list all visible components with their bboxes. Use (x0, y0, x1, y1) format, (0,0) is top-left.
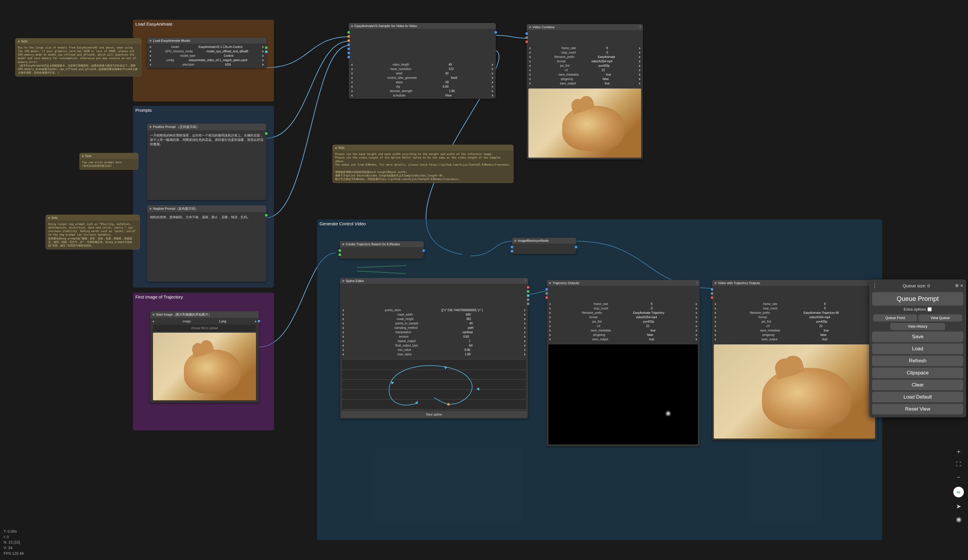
refresh-button[interactable]: Refresh (872, 356, 963, 366)
upload-button[interactable]: choose file to upload (153, 325, 256, 331)
widget-value[interactable]: list (469, 344, 472, 347)
widget-row[interactable]: max_value1.00 (341, 352, 526, 356)
widget-value[interactable]: [{"x":236.74497000000005,"y":1 (441, 308, 483, 312)
plus-icon[interactable]: ＋ (955, 447, 962, 456)
widget-value[interactable]: true (606, 73, 611, 76)
widget-value[interactable]: fixed (451, 76, 457, 80)
reset-view-button[interactable]: Reset View (872, 404, 963, 414)
widget-row[interactable]: cfg6.00 (350, 84, 494, 89)
widget-value[interactable]: 0 (607, 51, 608, 54)
close-icon[interactable]: ✕ (960, 283, 963, 288)
widget-row[interactable]: sampling_methodpath (341, 326, 526, 330)
widget-row[interactable]: pingpongfalse (529, 77, 641, 81)
widget-value[interactable]: 49 (449, 63, 452, 66)
widget-row[interactable]: mask_width600 (341, 312, 526, 317)
prompt-text[interactable]: 细粒的身体，肢体缺陷，文本字幕，漫画，静止，丑陋，错误，乱码。 (147, 212, 266, 222)
widget-value[interactable]: model_cpu_offload_and_qfloat8 (207, 50, 248, 53)
widget-value[interactable]: video/h264-mp4 (592, 60, 613, 63)
gear-icon[interactable]: ⚙ (955, 283, 959, 288)
widget-row[interactable]: precisionbf16 (149, 62, 265, 67)
widget-value[interactable]: true (822, 338, 827, 341)
widget-value[interactable]: 22 (646, 325, 649, 328)
widget-row[interactable]: modelEasyAnimateV5.1-12b-zh-Control (149, 45, 265, 49)
widget-row[interactable]: save_metadatatrue (529, 72, 641, 77)
widget-value[interactable]: EasyAnimate-Trajectory (633, 311, 664, 315)
help-icon[interactable]: ? (696, 281, 698, 285)
link-icon[interactable]: ∞ (953, 487, 964, 497)
widget-value[interactable]: false (603, 77, 609, 81)
widget-value[interactable]: 1.00 (449, 89, 454, 93)
widget-row[interactable]: loop_count0 (529, 50, 641, 55)
widget-row[interactable]: repeat_output1 (341, 339, 526, 343)
help-icon[interactable]: ? (639, 25, 641, 30)
widget-row[interactable]: save_metadatatrue (549, 328, 698, 333)
widget-row[interactable]: points_to_sample49 (341, 321, 526, 326)
widget-value[interactable]: 382 (466, 317, 471, 321)
widget-row[interactable]: tension0.50 (341, 335, 526, 339)
widget-row[interactable]: pix_fmtyuv420p (549, 320, 698, 324)
widget-row[interactable]: loop_count0 (549, 306, 698, 311)
widget-row[interactable]: save_outputtrue (714, 337, 875, 341)
widget-row[interactable]: pingpongfalse (549, 333, 698, 337)
widget-row[interactable]: pingpongfalse (714, 333, 875, 337)
new-spline-button[interactable]: New spline (341, 411, 527, 418)
widget-value[interactable]: 1.00 (465, 353, 471, 356)
widget-value[interactable]: true (605, 82, 610, 85)
node-video-trajectory-outputs[interactable]: Video with Trajectory Outputs frame_rate… (712, 280, 877, 440)
load-default-button[interactable]: Load Default (872, 392, 963, 403)
widget-row[interactable]: loop_count0 (714, 306, 875, 311)
widget-value[interactable]: 0 (651, 307, 653, 310)
node-negative-prompt[interactable]: Negtive Prompt（反向提示词） 细粒的身体，肢体缺陷，文本字幕，漫画… (147, 205, 266, 282)
widget-row[interactable]: save_metadatatrue (714, 328, 875, 333)
widget-value[interactable]: 6.00 (443, 85, 448, 88)
node-canvas[interactable]: Load EasyAnimate Prompts First Image of … (0, 0, 968, 560)
node-video-combine[interactable]: Video Combine ? frame_rate8loop_count0fi… (527, 24, 643, 159)
node-load-easyanimate-model[interactable]: Load EasyAnimate Model modelEasyAnimateV… (147, 38, 266, 68)
widget-row[interactable]: frame_rate8 (714, 302, 875, 306)
widget-value[interactable]: yuv420p (643, 320, 654, 323)
minus-icon[interactable]: － (955, 473, 962, 482)
view-queue-button[interactable]: View Queue (918, 315, 962, 321)
widget-value[interactable]: cardinal (462, 331, 472, 334)
widget-row[interactable]: steps50 (350, 80, 494, 84)
widget-row[interactable]: base_resolution512 (350, 67, 494, 71)
widget-value[interactable]: video/h264-mp4 (636, 316, 657, 319)
widget-row[interactable]: interpolationcardinal (341, 330, 526, 335)
widget-value[interactable]: Flow (446, 94, 452, 97)
widget-row[interactable]: formatvideo/h264-mp4 (549, 315, 698, 320)
widget-value[interactable]: 1.png (219, 320, 226, 323)
extra-options-checkbox[interactable] (928, 307, 932, 311)
widget-row[interactable]: configeasyanimate_video_v5.1_magvit_qwen… (149, 58, 265, 62)
widget-value[interactable]: yuv420p (816, 320, 827, 323)
widget-row[interactable]: schedulerFlow (350, 93, 494, 98)
widget-row[interactable]: seed43 (350, 71, 494, 76)
widget-row[interactable]: model_typeControl (149, 53, 265, 58)
widget-value[interactable]: EasyAnimate (598, 55, 615, 58)
widget-value[interactable]: easyanimate_video_v5.1_magvit_qwen.yaml (189, 58, 247, 62)
widget-value[interactable]: yuv420p (598, 64, 610, 67)
node-image-maximum[interactable]: ImageMaximumNode (512, 238, 576, 254)
widget-row[interactable]: frame_rate8 (529, 46, 641, 50)
help-icon[interactable]: ? (524, 279, 526, 283)
widget-row[interactable]: pix_fmtyuv420p (529, 63, 641, 68)
menu-icon[interactable]: ⋮ (872, 282, 877, 289)
widget-value[interactable]: 22 (602, 68, 605, 72)
queue-prompt-button[interactable]: Queue Prompt (872, 292, 963, 306)
load-button[interactable]: Load (872, 343, 963, 354)
widget-row[interactable]: formatvideo/h264-mp4 (714, 315, 875, 320)
prompt-text[interactable]: 一只棕橙色的狗在黑暗场景，走在有一个依旧的微弱浅色沙发上。右侧的后面，架子上有一… (147, 130, 266, 149)
widget-row[interactable]: crf22 (529, 68, 641, 72)
widget-row[interactable]: filename_prefixEasyAnimate-Trajectory-Mi (714, 311, 875, 315)
widget-row[interactable]: control_after_generatefixed (350, 76, 494, 80)
widget-row[interactable]: crf22 (714, 324, 875, 328)
widget-value[interactable]: 8 (607, 46, 608, 50)
widget-value[interactable]: true (824, 329, 829, 332)
queue-front-button[interactable]: Queue Front (873, 315, 917, 321)
widget-value[interactable]: 600 (466, 313, 471, 316)
widget-value[interactable]: path (468, 326, 473, 330)
widget-value[interactable]: true (649, 338, 654, 341)
widget-value[interactable]: 0 (824, 307, 826, 310)
widget-value[interactable]: bf16 (225, 63, 231, 66)
widget-value[interactable]: 22 (819, 325, 823, 328)
spline-canvas[interactable] (341, 360, 526, 409)
